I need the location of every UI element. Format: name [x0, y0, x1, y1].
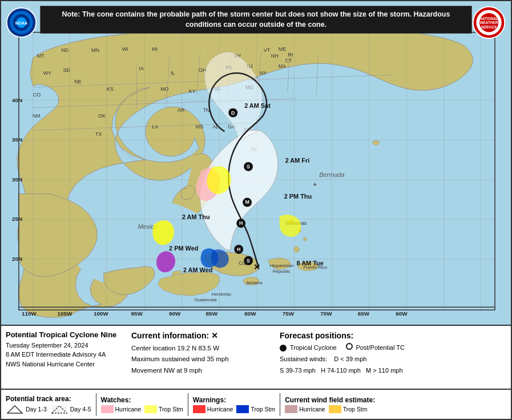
svg-text:NOAA: NOAA — [15, 21, 28, 26]
wind-hurricane-swatch — [285, 405, 297, 413]
empty-dot-icon-wrapper — [346, 343, 353, 353]
forecast-row-winds: Sustained winds: D < 39 mph — [280, 354, 506, 365]
svg-text:105W: 105W — [57, 310, 72, 317]
wind-trop-stm-swatch — [329, 405, 341, 413]
svg-text:CO: CO — [33, 92, 41, 98]
svg-point-7 — [294, 247, 300, 252]
current-title: Current information: ✕ — [131, 329, 268, 343]
svg-text:MA: MA — [279, 63, 286, 69]
svg-point-8 — [373, 140, 380, 145]
svg-text:AR: AR — [178, 107, 185, 113]
svg-text:LA: LA — [152, 124, 158, 130]
svg-text:WI: WI — [122, 46, 128, 52]
watch-trop-stm-swatch — [144, 405, 157, 413]
cone-day1-3-icon — [6, 404, 24, 414]
svg-text:100W: 100W — [94, 310, 109, 317]
svg-text:KY: KY — [189, 88, 196, 94]
legend-day4-5: Day 4-5 — [50, 404, 91, 414]
info-top: Potential Tropical Cyclone Nine Tuesday … — [1, 326, 511, 389]
divider-1 — [96, 393, 96, 416]
svg-text:90W: 90W — [169, 310, 181, 317]
svg-text:IA: IA — [139, 66, 143, 71]
forecast-title: Forecast positions: — [280, 329, 506, 342]
day4-5-label: Day 4-5 — [70, 406, 91, 413]
svg-text:70W: 70W — [320, 310, 332, 317]
divider-2 — [188, 393, 188, 416]
svg-text:Bermuda: Bermuda — [319, 171, 344, 178]
legend-track-items: Day 1-3 Day 4-5 — [6, 404, 91, 414]
svg-text:NATIONAL: NATIONAL — [479, 17, 498, 21]
warn-trop-stm-label: Trop Stm — [251, 406, 275, 413]
svg-text:NM: NM — [33, 113, 41, 119]
svg-text:S: S — [247, 258, 250, 264]
info-panel: Potential Tropical Cyclone Nine Tuesday … — [1, 325, 511, 419]
svg-text:RI: RI — [288, 52, 293, 58]
legend-warnings-section: Warnings: Hurricane Trop Stm — [193, 396, 275, 413]
svg-text:NE: NE — [74, 79, 81, 84]
svg-text:OH: OH — [199, 67, 206, 73]
svg-text:ND: ND — [61, 47, 68, 53]
land-masses: WY NE MT CO NM ND SD MN KS OK TX WI MI I… — [12, 27, 495, 321]
svg-text:ME: ME — [279, 46, 286, 52]
post-tc-label: Post/Potential TC — [356, 343, 405, 353]
note-banner: Note: The cone contains the probable pat… — [40, 6, 472, 34]
svg-text:25N: 25N — [12, 216, 22, 222]
svg-text:Hispaniolan: Hispaniolan — [270, 263, 293, 268]
legend-wind-section: Current wind field estimate: Hurricane T… — [285, 396, 375, 413]
svg-text:WEATHER: WEATHER — [479, 21, 498, 25]
warn-trop-stm-swatch — [236, 405, 249, 413]
svg-text:▲: ▲ — [312, 181, 317, 187]
warn-hurricane-swatch — [193, 405, 205, 413]
legend-track-section: Potential track area: Day 1-3 — [6, 395, 91, 414]
info-col-storm: Potential Tropical Cyclone Nine Tuesday … — [6, 329, 120, 385]
info-col-current: Current information: ✕ Center location 1… — [131, 329, 268, 385]
warn-hurricane-label: Hurricane — [207, 406, 233, 413]
cone-day4-5-icon — [50, 404, 68, 414]
noaa-logo: NOAA — [6, 7, 37, 38]
svg-text:H: H — [239, 220, 243, 226]
legend-day1-3: Day 1-3 — [6, 404, 47, 414]
watch-hurricane-swatch — [101, 405, 114, 413]
storm-name: Potential Tropical Cyclone Nine — [6, 329, 120, 341]
divider-3 — [280, 393, 280, 416]
legend-wind-items: Hurricane Trop Stm — [285, 405, 375, 413]
svg-text:SD: SD — [63, 67, 70, 73]
svg-rect-140 — [52, 406, 67, 413]
filled-dot-icon — [280, 345, 287, 352]
storm-source: NWS National Hurricane Center — [6, 360, 120, 369]
svg-text:MN: MN — [91, 47, 99, 53]
svg-text:35N: 35N — [12, 136, 22, 143]
legend-row: Potential track area: Day 1-3 — [1, 389, 511, 419]
wind-categories-label: S 39-73 mph H 74-110 mph M > 110 mph — [280, 367, 403, 374]
svg-text:WY: WY — [43, 70, 51, 76]
svg-text:85W: 85W — [206, 310, 218, 317]
legend-warning-items: Hurricane Trop Stm — [193, 405, 275, 413]
main-container: WY NE MT CO NM ND SD MN KS OK TX WI MI I… — [0, 0, 512, 420]
svg-text:✕: ✕ — [253, 262, 260, 272]
svg-text:H: H — [237, 247, 240, 252]
forecast-row-winds2: S 39-73 mph H 74-110 mph M > 110 mph — [280, 366, 506, 376]
legend-wind-title: Current wind field estimate: — [285, 396, 375, 404]
svg-text:Guatemala: Guatemala — [195, 297, 217, 302]
svg-text:8 AM Tue: 8 AM Tue — [296, 260, 323, 266]
svg-text:M: M — [245, 199, 249, 205]
map-svg: WY NE MT CO NM ND SD MN KS OK TX WI MI I… — [1, 1, 511, 325]
center-location: Center location 19.2 N 83.5 W — [131, 343, 268, 354]
legend-warnings-title: Warnings: — [193, 396, 275, 404]
legend-track-title: Potential track area: — [6, 395, 91, 403]
legend-wind-hurricane: Hurricane — [285, 405, 325, 413]
watch-trop-stm-label: Trop Stm — [159, 406, 183, 413]
svg-text:KS: KS — [107, 86, 114, 92]
max-wind: Maximum sustained wind 35 mph — [131, 354, 268, 365]
legend-warn-trop-stm: Trop Stm — [236, 405, 275, 413]
wind-d-label: D < 39 mph — [334, 354, 366, 365]
svg-text:75W: 75W — [283, 310, 295, 317]
svg-text:65W: 65W — [358, 310, 370, 317]
legend-watches-section: Watches: Hurricane Trop Stm — [101, 396, 183, 413]
svg-text:Republic: Republic — [273, 269, 291, 274]
sustained-winds-label: Sustained winds: — [280, 354, 330, 365]
info-col-forecast: Forecast positions: Tropical Cyclone Pos… — [280, 329, 506, 385]
storm-date: Tuesday September 24, 2024 — [6, 341, 120, 350]
svg-text:80W: 80W — [244, 310, 256, 317]
svg-text:MO: MO — [160, 86, 168, 92]
